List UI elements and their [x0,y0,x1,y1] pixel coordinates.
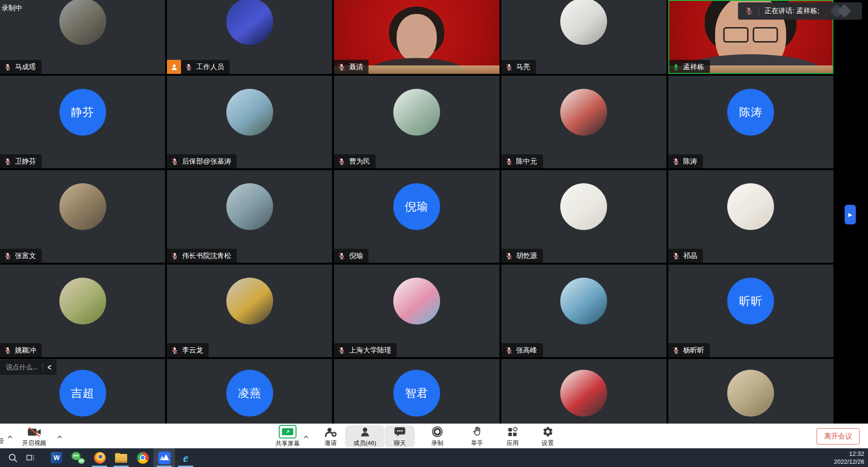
chat-input-collapsed[interactable]: 说点什么... < [0,359,57,375]
participant-name: 杨昕昕 [683,346,704,355]
internet-explorer-icon[interactable]: e [175,448,196,467]
participant-name: 陈涛 [683,157,697,166]
participant-tile[interactable]: 上海大学陆瑾 [334,265,499,357]
avatar: 智君 [393,370,440,417]
mic-muted-icon [338,63,346,71]
collapse-chat-icon[interactable]: < [48,363,51,372]
participant-tile[interactable]: 陈中元 [501,76,666,168]
mic-muted-icon [171,158,179,165]
participant-label: 孟祥栋 [668,60,710,74]
record-icon [431,425,443,438]
avatar [560,370,607,417]
participant-label: 工作人员 [167,60,230,74]
participant-tile[interactable]: 凌燕 [167,359,332,424]
participant-name: 曹为民 [349,157,370,166]
mic-muted-icon [505,63,513,71]
participant-tile[interactable] [501,359,666,424]
participant-tile[interactable]: 胡乾源 [501,170,666,263]
chrome-icon[interactable] [132,448,153,467]
avatar [727,183,774,230]
participant-tile[interactable]: 陈涛陈涛 [668,76,833,168]
mic-muted-icon [4,346,12,354]
participant-tile[interactable]: 伟长书院沈青松 [167,170,332,263]
start-video-label: 开启视频 [22,439,46,447]
record-button[interactable]: 录制 [422,425,452,447]
avatar [560,183,607,230]
share-screen-icon [279,425,297,438]
file-explorer-icon[interactable] [110,448,132,467]
avatar: 昕昕 [727,278,774,324]
participant-name: 马亮 [516,63,530,72]
mic-muted-icon [505,252,513,260]
invite-person-icon [325,425,337,438]
avatar: 陈涛 [727,89,774,136]
raise-hand-icon [472,425,483,438]
meeting-app-icon[interactable] [153,448,175,467]
search-icon[interactable] [4,448,22,467]
windows-taskbar: W e 12:32 2022/12/26 [0,448,868,467]
meeting-app-window: { "header": { "recording_label": "录制中", … [0,0,868,467]
participant-name: 李云龙 [182,346,203,355]
participant-tile[interactable]: 昕昕杨昕昕 [668,265,833,357]
raise-hand-button[interactable]: 举手 [462,425,492,447]
participant-tile[interactable]: 马亮 [501,0,666,74]
participant-name: 倪瑜 [349,251,363,260]
wechat-icon[interactable] [67,448,89,467]
participant-tile[interactable]: 曹为民 [334,76,499,168]
next-page-button[interactable]: ▶ [845,205,856,224]
apps-label: 应用 [506,439,519,447]
participant-tile[interactable]: 张高峰 [501,265,666,357]
participant-tile[interactable]: 后保部@张基涛 [167,76,332,168]
participant-tile[interactable] [668,359,833,424]
participant-name: 胡乾源 [516,251,537,260]
participant-tile[interactable]: 李云龙 [167,265,332,357]
avatar [560,89,607,136]
members-button[interactable]: 成员(46) [345,425,384,447]
speaking-banner: 正在讲话: 孟祥栋; [738,2,862,20]
participant-label: 伟长书院沈青松 [167,249,237,263]
task-view-icon[interactable] [22,448,39,467]
participant-name: 祁晶 [683,251,697,260]
invite-button[interactable]: 邀请 [317,425,345,447]
participant-tile[interactable]: 静芬卫静芬 [0,76,165,168]
avatar [560,0,607,45]
mic-on-icon [672,63,680,71]
participant-tile[interactable]: 聂清 [334,0,499,74]
members-label: 成员(46) [353,439,376,447]
participant-tile[interactable]: 马成瑶 [0,0,165,74]
participant-name: 聂清 [349,63,363,72]
video-options-chevron-icon[interactable] [57,432,63,441]
participant-label: 李云龙 [167,343,209,357]
mic-muted-icon [745,7,753,15]
participant-tile[interactable]: 倪瑜倪瑜 [334,170,499,263]
share-options-chevron-icon[interactable] [303,432,309,441]
leave-meeting-button[interactable]: 离开会议 [817,428,860,445]
chat-button[interactable]: 聊天 [385,425,415,447]
avatar [226,278,273,324]
participant-tile[interactable]: 姚颖冲 [0,265,165,357]
settings-button[interactable]: 设置 [533,425,563,447]
participant-label: 聂清 [334,60,369,74]
taskbar-clock[interactable]: 12:32 2022/12/26 [834,450,864,466]
apps-grid-icon [507,425,518,438]
record-label: 录制 [431,439,443,447]
mic-muted-icon [171,252,179,260]
start-video-button[interactable]: 开启视频 [13,425,56,447]
participant-tile[interactable]: 祁晶 [668,170,833,263]
participant-label: 马亮 [501,60,536,74]
clock-time: 12:32 [834,450,864,458]
camera-off-icon [27,425,42,438]
participant-label: 倪瑜 [334,249,369,263]
participant-tile[interactable]: 智君 [334,359,499,424]
participant-tile[interactable]: 张富文 [0,170,165,263]
participant-tile[interactable]: 工作人员 [167,0,332,74]
firefox-icon[interactable] [89,448,110,467]
apps-button[interactable]: 应用 [498,425,528,447]
word-icon[interactable]: W [46,448,67,467]
mic-muted-icon [4,63,12,71]
avatar [226,0,273,45]
participant-name: 后保部@张基涛 [182,157,231,166]
mute-button-label-clipped[interactable]: 静音 [0,437,4,445]
share-screen-button[interactable]: 共享屏幕 [268,425,308,447]
raise-hand-label: 举手 [471,439,483,447]
